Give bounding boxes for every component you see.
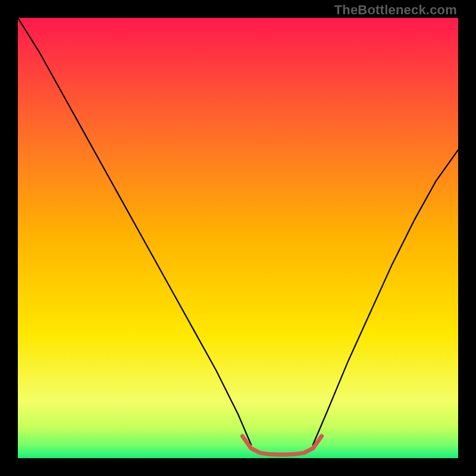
watermark-text: TheBottleneck.com [334,2,457,18]
series-valley-highlight [242,436,321,455]
curve-layer [18,18,458,458]
series-right-branch [313,150,458,445]
chart-frame: TheBottleneck.com [0,0,476,476]
plot-area [18,18,458,458]
series-left-branch [18,18,251,445]
